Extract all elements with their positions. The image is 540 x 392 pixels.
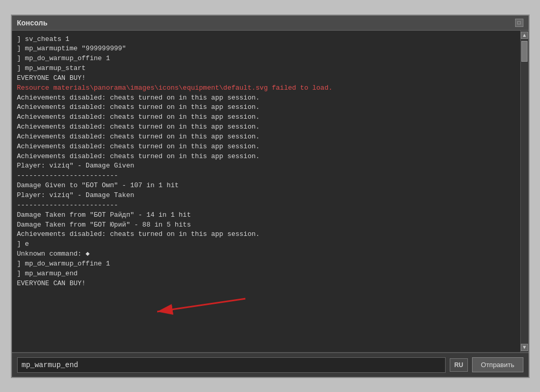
console-line: ------------------------- <box>17 171 515 181</box>
send-button[interactable]: Отправить <box>472 357 523 372</box>
console-line: ] e <box>17 240 515 249</box>
title-bar: Консоль □ <box>12 16 529 31</box>
console-line: Damage Taken from "БОТ Юрий" - 88 in 5 h… <box>17 220 515 230</box>
console-line: Achievements disabled: cheats turned on … <box>17 113 515 122</box>
console-line: Achievements disabled: cheats turned on … <box>17 132 515 142</box>
scrollbar: ▲ ▼ <box>520 31 529 352</box>
console-line: ] mp_do_warmup_offine 1 <box>17 259 515 269</box>
scroll-up-button[interactable]: ▲ <box>521 32 528 39</box>
console-line: EVERYONE CAN BUY! <box>17 74 515 83</box>
console-line: Achievements disabled: cheats turned on … <box>17 103 515 113</box>
console-line: ] mp_warmup_end <box>17 269 515 279</box>
console-window: Консоль □ ] sv_cheats 1] mp_warmuptime "… <box>11 15 530 378</box>
console-line: Achievements disabled: cheats turned on … <box>17 122 515 132</box>
console-output: ] sv_cheats 1] mp_warmuptime "999999999"… <box>12 31 520 352</box>
maximize-button[interactable]: □ <box>515 19 523 27</box>
console-line: Achievements disabled: cheats turned on … <box>17 152 515 162</box>
console-line: ------------------------- <box>17 201 515 211</box>
console-line: Achievements disabled: cheats turned on … <box>17 142 515 152</box>
console-line: Unknown command: ◆ <box>17 249 515 259</box>
console-line: Damage Taken from "БОТ Райдп" - 14 in 1 … <box>17 211 515 220</box>
input-area: RU Отправить <box>12 352 529 377</box>
console-line: ] mp_do_warmup_offine 1 <box>17 54 515 64</box>
console-line: ] mp_warmuptime "999999999" <box>17 44 515 54</box>
window-controls: □ <box>515 19 523 27</box>
console-line: Achievements disabled: cheats turned on … <box>17 93 515 103</box>
console-line: Achievements disabled: cheats turned on … <box>17 230 515 240</box>
scroll-down-button[interactable]: ▼ <box>521 344 528 351</box>
window-title: Консоль <box>17 19 48 27</box>
console-line: EVERYONE CAN BUY! <box>17 279 515 289</box>
console-line: Damage Given to "БОТ Омп" - 107 in 1 hit <box>17 181 515 191</box>
console-line: ] sv_cheats 1 <box>17 35 515 45</box>
console-input[interactable] <box>17 357 446 373</box>
console-area: ] sv_cheats 1] mp_warmuptime "999999999"… <box>12 31 529 352</box>
console-line: ] mp_warmup_start <box>17 64 515 74</box>
console-line: Player: viziq" - Damage Taken <box>17 191 515 201</box>
console-line: Resource materials\panorama\images\icons… <box>17 83 515 93</box>
console-line: Player: viziq" - Damage Given <box>17 161 515 171</box>
scroll-thumb[interactable] <box>521 41 528 62</box>
language-badge: RU <box>450 358 468 372</box>
